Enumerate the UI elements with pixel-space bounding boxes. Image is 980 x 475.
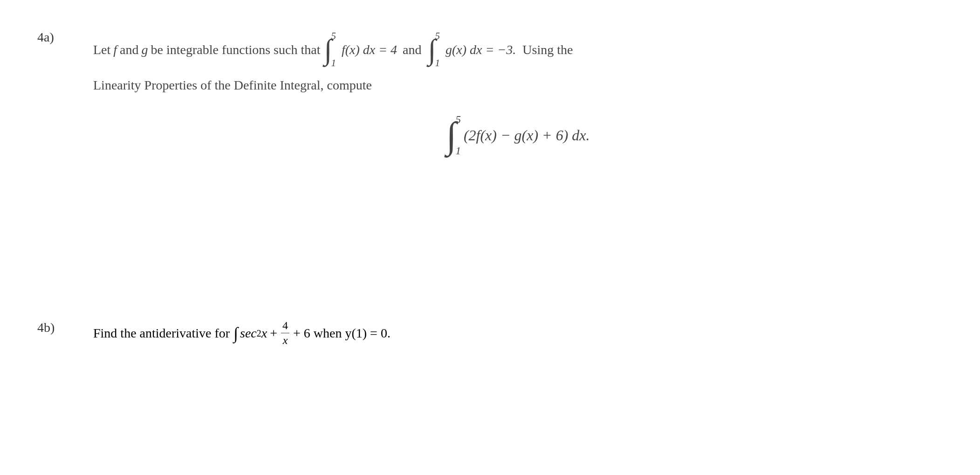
problem-4a-content: Let f and g be integrable functions such…	[93, 28, 943, 169]
text-find-antiderivative: Find the antiderivative for	[93, 326, 230, 341]
problem-4b-content: Find the antiderivative for ∫ sec2x + 4 …	[93, 318, 391, 348]
integral1-lower: 1	[331, 55, 336, 72]
integral-symbol-4b: ∫	[233, 324, 238, 343]
x-after-sec: x	[261, 326, 267, 341]
centered-integral-lower: 1	[455, 142, 461, 160]
problem-4a-line1: Let f and g be integrable functions such…	[93, 28, 943, 71]
var-f: f	[113, 39, 117, 61]
centered-integral-upper: 5	[455, 110, 461, 129]
integral2-lower: 1	[435, 55, 440, 72]
problem-4a-section: 4a) Let f and g be integrable functions …	[37, 28, 943, 169]
centered-integral-wrapper: ∫ 5 1	[446, 110, 460, 160]
integral1-upper: 5	[331, 28, 336, 45]
text-linearity: Linearity Properties of the Definite Int…	[93, 74, 372, 96]
plus1-4b: +	[270, 326, 277, 341]
fraction-denominator: x	[281, 333, 289, 348]
text-let: Let	[93, 39, 110, 61]
problem-4a-centered: ∫ 5 1 (2f(x) − g(x) + 6) dx.	[93, 110, 943, 160]
fraction-numerator: 4	[281, 318, 289, 333]
integral1-wrapper: ∫ 5 1	[324, 28, 336, 71]
centered-integral-limits: 5 1	[455, 110, 461, 160]
integral1-integrand-text: f(x) dx = 4	[342, 42, 397, 57]
problem-4b-row: 4b) Find the antiderivative for ∫ sec2x …	[37, 318, 943, 348]
integral2-limits: 5 1	[435, 28, 440, 71]
integral1-integrand: f(x) dx = 4	[342, 39, 397, 61]
integral1-limits: 5 1	[331, 28, 336, 71]
integral2-upper: 5	[435, 28, 440, 45]
var-g: g	[142, 39, 148, 61]
problem-4b-section: 4b) Find the antiderivative for ∫ sec2x …	[37, 318, 943, 348]
text-and1: and	[120, 39, 138, 61]
integral2-integrand: g(x) dx = −3.	[445, 39, 516, 61]
problem-4b-label: 4b)	[37, 318, 93, 335]
centered-integrand: (2f(x) − g(x) + 6) dx.	[464, 123, 590, 148]
text-using-the: Using the	[522, 39, 573, 61]
page: 4a) Let f and g be integrable functions …	[0, 0, 980, 475]
fraction-4b: 4 x	[281, 318, 289, 348]
text-and2: and	[403, 39, 421, 61]
text-be-integrable: be integrable functions such that	[151, 39, 321, 61]
centered-integral-symbol: ∫	[446, 120, 456, 150]
problem-4a-row: 4a) Let f and g be integrable functions …	[37, 28, 943, 169]
integral2-integrand-text: g(x) dx = −3.	[445, 42, 516, 57]
integral2-wrapper: ∫ 5 1	[428, 28, 440, 71]
sec-text: sec	[240, 326, 257, 341]
problem-4a-line2: Linearity Properties of the Definite Int…	[93, 74, 943, 96]
rest-4b: + 6 when y(1) = 0.	[293, 326, 391, 341]
problem-4a-label: 4a)	[37, 28, 93, 45]
